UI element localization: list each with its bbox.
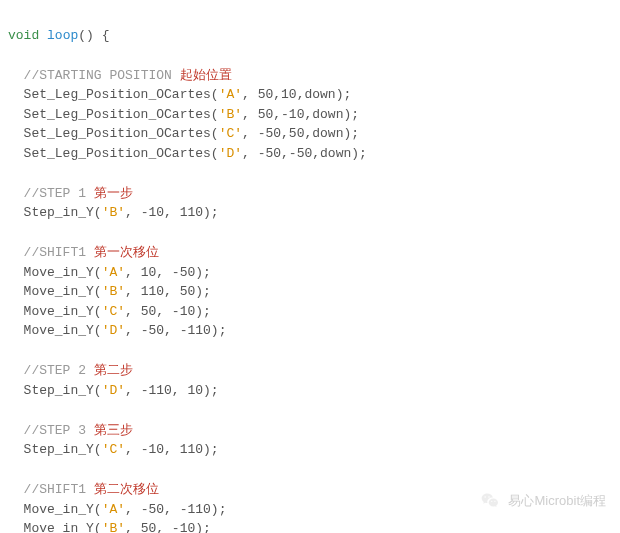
comment-shift1-cn: 第一次移位 [94, 244, 159, 259]
line-m1a-pre: Move_in_Y( [8, 265, 102, 280]
line-spB-pre: Set_Leg_Position_OCartes( [8, 107, 219, 122]
line-m2b-pre: Move_in_Y( [8, 521, 102, 533]
line-m1c-ch: 'C' [102, 304, 125, 319]
line-m2b-ch: 'B' [102, 521, 125, 533]
comment-step3-en: //STEP 3 [24, 423, 94, 438]
line-s2-post: , -110, 10); [125, 383, 219, 398]
line-s1-pre: Step_in_Y( [8, 205, 102, 220]
func-open: () { [78, 28, 109, 43]
line-s2-pre: Step_in_Y( [8, 383, 102, 398]
line-spA-pre: Set_Leg_Position_OCartes( [8, 87, 219, 102]
keyword-void: void [8, 28, 39, 43]
comment-step2-cn: 第二步 [94, 362, 133, 377]
line-m1d-ch: 'D' [102, 323, 125, 338]
comment-start-cn: 起始位置 [180, 67, 232, 82]
line-spC-pre: Set_Leg_Position_OCartes( [8, 126, 219, 141]
line-spD-ch: 'D' [219, 146, 242, 161]
comment-step3-cn: 第三步 [94, 422, 133, 437]
line-m2a-ch: 'A' [102, 502, 125, 517]
line-s2-ch: 'D' [102, 383, 125, 398]
wechat-icon [480, 491, 500, 511]
watermark-text: 易心Microbit编程 [508, 491, 606, 511]
line-m1c-post: , 50, -10); [125, 304, 211, 319]
line-s3-ch: 'C' [102, 442, 125, 457]
comment-shift2-cn: 第二次移位 [94, 481, 159, 496]
line-m1d-post: , -50, -110); [125, 323, 226, 338]
line-spB-ch: 'B' [219, 107, 242, 122]
function-name: loop [47, 28, 78, 43]
comment-step2-en: //STEP 2 [24, 363, 94, 378]
line-m2a-post: , -50, -110); [125, 502, 226, 517]
line-s3-pre: Step_in_Y( [8, 442, 102, 457]
line-spC-ch: 'C' [219, 126, 242, 141]
line-m1b-pre: Move_in_Y( [8, 284, 102, 299]
line-m2a-pre: Move_in_Y( [8, 502, 102, 517]
line-spA-post: , 50,10,down); [242, 87, 351, 102]
comment-shift1-en: //SHIFT1 [24, 245, 94, 260]
line-s1-post: , -10, 110); [125, 205, 219, 220]
line-m1b-post: , 110, 50); [125, 284, 211, 299]
code-block: void loop() { //STARTING POSITION 起始位置 S… [0, 0, 620, 533]
line-spD-post: , -50,-50,down); [242, 146, 367, 161]
line-m1d-pre: Move_in_Y( [8, 323, 102, 338]
line-m1b-ch: 'B' [102, 284, 125, 299]
line-s1-ch: 'B' [102, 205, 125, 220]
comment-start-en: //STARTING POSITION [24, 68, 180, 83]
line-m1a-post: , 10, -50); [125, 265, 211, 280]
comment-step1-cn: 第一步 [94, 185, 133, 200]
line-m1c-pre: Move_in_Y( [8, 304, 102, 319]
watermark-footer: 易心Microbit编程 [480, 491, 606, 511]
line-spB-post: , 50,-10,down); [242, 107, 359, 122]
line-spA-ch: 'A' [219, 87, 242, 102]
line-s3-post: , -10, 110); [125, 442, 219, 457]
comment-step1-en: //STEP 1 [24, 186, 94, 201]
line-m1a-ch: 'A' [102, 265, 125, 280]
line-spC-post: , -50,50,down); [242, 126, 359, 141]
line-m2b-post: , 50, -10); [125, 521, 211, 533]
line-spD-pre: Set_Leg_Position_OCartes( [8, 146, 219, 161]
comment-shift2-en: //SHIFT1 [24, 482, 94, 497]
